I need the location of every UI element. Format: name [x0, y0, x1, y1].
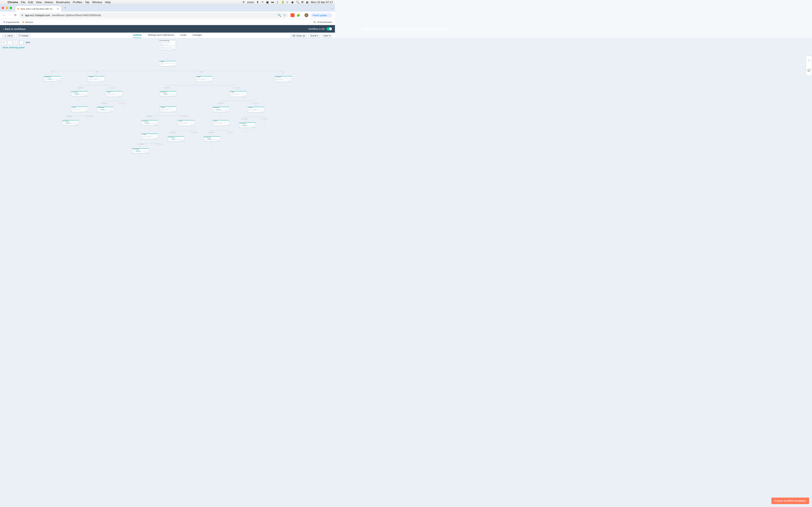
- add-action-button[interactable]: +: [149, 129, 150, 130]
- branch-node[interactable]: ⑂2. Branch Go to Child 2 Age Appropriate…: [196, 76, 212, 81]
- siri-icon[interactable]: ◐: [306, 0, 309, 4]
- browser-reload-button[interactable]: ⟳: [13, 13, 17, 17]
- add-action-button[interactable]: +: [140, 157, 141, 158]
- site-info-icon[interactable]: ⚙: [21, 14, 23, 16]
- add-action-button[interactable]: +: [165, 100, 167, 101]
- tab-settings[interactable]: Settings and notifications: [148, 34, 174, 38]
- add-action-button[interactable]: +: [105, 105, 106, 106]
- add-action-button[interactable]: +: [149, 118, 150, 119]
- tab-goals[interactable]: Goals: [180, 34, 187, 38]
- add-action-button[interactable]: +: [105, 116, 106, 117]
- add-action-button[interactable]: +: [219, 116, 220, 117]
- add-action-button[interactable]: +: [255, 105, 256, 106]
- add-action-button[interactable]: +: [51, 84, 52, 86]
- add-action-button[interactable]: +: [211, 134, 212, 135]
- add-action-button[interactable]: +: [229, 134, 230, 135]
- create-record-node[interactable]: ◆7. Create record Create deal Sales Pipe…: [132, 148, 149, 154]
- profile-avatar[interactable]: A: [305, 13, 309, 17]
- add-action-button[interactable]: +: [211, 145, 212, 146]
- add-action-button[interactable]: +: [165, 89, 167, 90]
- address-bar[interactable]: ⚙ app-eu1.hubspot.com/workflows/ /platfo…: [19, 12, 289, 18]
- add-action-button[interactable]: +: [111, 89, 112, 90]
- add-action-button[interactable]: +: [282, 86, 283, 87]
- branch-node[interactable]: ⑂5. Branch Go to Child 4 Age Appropriate…: [177, 120, 194, 125]
- branch-node[interactable]: ⑂4. Branch Go to Child 4 Age Appropriate…: [247, 107, 264, 112]
- alerts-button[interactable]: ⚠Alerts: [2, 34, 15, 38]
- mac-menu-window[interactable]: Window: [92, 1, 102, 4]
- window-close-button[interactable]: [2, 7, 4, 9]
- workflow-canvas[interactable]: ▦Contact enrollment trigger Events that …: [0, 38, 335, 209]
- bluetooth-icon[interactable]: ᛒ: [276, 1, 279, 4]
- zoom-out-button[interactable]: －: [19, 40, 24, 45]
- add-action-button[interactable]: +: [158, 146, 159, 147]
- mac-app-name[interactable]: Chrome: [7, 1, 18, 4]
- bookmark-star-icon[interactable]: ☆: [283, 13, 286, 17]
- menubar-clock[interactable]: Mon 22 Apr 07:17: [311, 1, 333, 4]
- finish-update-button[interactable]: Finish update⋮: [311, 13, 333, 17]
- window-minimize-button[interactable]: [6, 7, 8, 9]
- create-record-node[interactable]: ◆5. Create record Create deal Sales Pipe…: [62, 120, 79, 125]
- branch-node[interactable]: ⑂6. Branch Go to Child 5 Age Appropriate…: [141, 133, 158, 139]
- menubar-zoom[interactable]: zoom: [247, 1, 254, 4]
- add-action-button[interactable]: +: [200, 74, 201, 75]
- show-details-link[interactable]: + Show details: [172, 65, 175, 66]
- add-action-button[interactable]: +: [264, 120, 265, 121]
- user-icon[interactable]: ◉: [291, 0, 294, 4]
- browser-back-button[interactable]: ←: [2, 13, 6, 17]
- branch-node[interactable]: ⑂5. Branch Go to Child 4 Age Appropriate…: [212, 120, 229, 125]
- extensions-icon[interactable]: 🧩: [297, 13, 300, 17]
- add-action-button[interactable]: +: [69, 118, 70, 119]
- create-record-node[interactable]: ◆6. Create record Create deal Sales Pipe…: [167, 136, 185, 142]
- mac-menu-help[interactable]: Help: [105, 1, 111, 4]
- mac-menu-profiles[interactable]: Profiles: [73, 1, 82, 4]
- mac-menu-file[interactable]: File: [21, 1, 26, 4]
- zoom-icon[interactable]: 🔍: [277, 13, 281, 17]
- more-button[interactable]: More ▾: [321, 34, 333, 38]
- add-action-button[interactable]: +: [122, 105, 124, 106]
- mac-menu-bookmarks[interactable]: Bookmarks: [56, 1, 70, 4]
- create-record-node[interactable]: ◆3. Create record Create deal Sales Pipe…: [159, 91, 176, 96]
- battery-icon[interactable]: 🔋: [281, 0, 284, 4]
- add-action-button[interactable]: +: [167, 58, 168, 59]
- add-action-button[interactable]: +: [219, 105, 220, 106]
- bookmark-service[interactable]: ❋Service: [22, 21, 33, 23]
- menubar-grid-icon[interactable]: ⌗: [261, 0, 264, 4]
- undo-button[interactable]: ↶: [2, 40, 6, 45]
- control-center-icon[interactable]: ⚙: [301, 0, 304, 4]
- add-action-button[interactable]: +: [175, 145, 176, 146]
- menubar-bed-icon[interactable]: 🛏: [271, 1, 274, 4]
- bookmark-experiments[interactable]: ⚗Experiments: [3, 21, 19, 23]
- add-action-button[interactable]: +: [237, 89, 239, 90]
- tab-close-icon[interactable]: ✕: [57, 7, 59, 10]
- tab-changes[interactable]: Changes: [192, 34, 202, 38]
- branch-node[interactable]: ⑂3. Branch Go to Child 3 Age Appropriate…: [106, 91, 122, 97]
- create-record-node[interactable]: ◆3. Create record Create deal Sales Pipe…: [71, 91, 88, 96]
- add-action-button[interactable]: +: [193, 134, 194, 135]
- mac-menu-view[interactable]: View: [36, 1, 42, 4]
- details-button[interactable]: ⓘDetails: [17, 33, 31, 38]
- add-action-button[interactable]: +: [69, 129, 70, 130]
- workflow-on-toggle[interactable]: [326, 27, 332, 31]
- browser-forward-button[interactable]: →: [8, 13, 12, 17]
- branch-node[interactable]: ⑂4. Branch Go to Child 3 Age Appropriate…: [71, 107, 88, 112]
- cleanup-button[interactable]: ⌫Clean up: [290, 34, 307, 38]
- create-record-node[interactable]: ◆5. Create record Create deal Sales Pipe…: [239, 122, 256, 128]
- add-action-button[interactable]: +: [175, 134, 176, 135]
- create-record-node[interactable]: ◆4. Create record Create deal Sales Pipe…: [97, 107, 114, 112]
- branch-node[interactable]: ⑂4. Branch Go to Child 3 Age Appropriate…: [159, 107, 176, 112]
- zoom-in-button[interactable]: ＋: [13, 40, 18, 45]
- wifi-icon[interactable]: ᯤ: [286, 1, 289, 4]
- extension-1-icon[interactable]: [291, 13, 295, 17]
- create-record-node[interactable]: ◆4. Create record Create deal Sales Pipe…: [212, 107, 229, 112]
- back-to-workflows-link[interactable]: ‹ Back to workflows: [3, 27, 26, 31]
- tab-actions[interactable]: Actions: [133, 34, 142, 38]
- add-action-button[interactable]: +: [246, 120, 247, 121]
- menubar-camera-icon[interactable]: ▣: [266, 0, 269, 4]
- mac-menu-tab[interactable]: Tab: [85, 1, 89, 4]
- menubar-up-icon[interactable]: ⬆: [256, 0, 259, 4]
- window-fullscreen-button[interactable]: [10, 7, 12, 9]
- add-action-button[interactable]: +: [51, 74, 52, 75]
- trigger-node[interactable]: ▦Contact enrollment trigger Events that …: [159, 40, 176, 50]
- add-action-button[interactable]: +: [282, 74, 283, 75]
- branch-node[interactable]: ⑂2. Branch Go to Child 2 Age Appropriate…: [88, 76, 105, 81]
